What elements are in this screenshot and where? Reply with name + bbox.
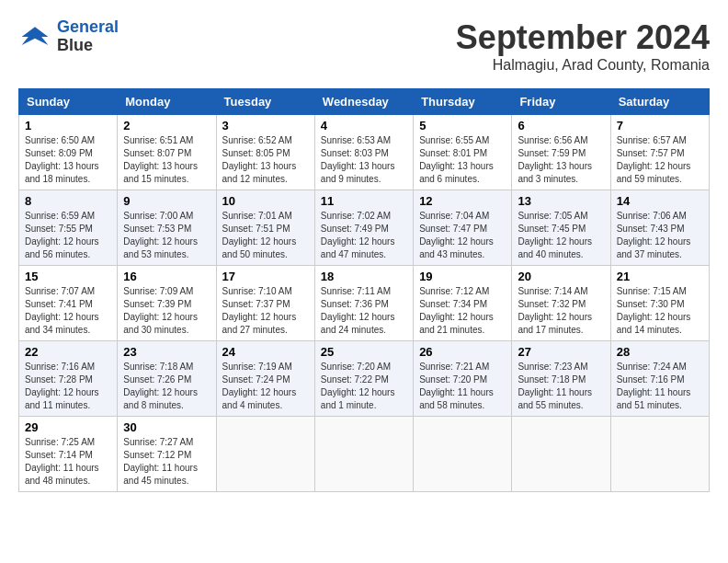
day-info: Sunrise: 7:12 AMSunset: 7:34 PMDaylight:…: [419, 285, 506, 337]
day-cell: 28Sunrise: 7:24 AMSunset: 7:16 PMDayligh…: [610, 341, 709, 417]
logo-line1: General: [57, 17, 119, 36]
day-number: 1: [25, 119, 111, 132]
day-number: 17: [222, 270, 309, 283]
day-info: Sunrise: 7:00 AMSunset: 7:53 PMDaylight:…: [123, 210, 210, 261]
logo-text: General Blue: [57, 18, 119, 55]
day-cell: [216, 417, 314, 492]
day-info: Sunrise: 7:05 AMSunset: 7:45 PMDaylight:…: [518, 210, 604, 261]
day-number: 22: [25, 345, 111, 359]
day-cell: 2Sunrise: 6:51 AMSunset: 8:07 PMDaylight…: [118, 115, 216, 190]
day-cell: 1Sunrise: 6:50 AMSunset: 8:09 PMDaylight…: [19, 115, 118, 190]
day-cell: [610, 417, 709, 492]
day-number: 20: [518, 270, 604, 283]
header-monday: Monday: [118, 89, 216, 115]
day-cell: 15Sunrise: 7:07 AMSunset: 7:41 PMDayligh…: [19, 266, 118, 341]
day-info: Sunrise: 7:01 AMSunset: 7:51 PMDaylight:…: [222, 210, 309, 261]
day-cell: 18Sunrise: 7:11 AMSunset: 7:36 PMDayligh…: [314, 266, 413, 341]
logo: General Blue: [18, 18, 119, 55]
day-cell: 25Sunrise: 7:20 AMSunset: 7:22 PMDayligh…: [314, 341, 413, 417]
day-info: Sunrise: 7:24 AMSunset: 7:16 PMDaylight:…: [617, 361, 703, 412]
header-tuesday: Tuesday: [216, 89, 314, 115]
calendar-header-row: SundayMondayTuesdayWednesdayThursdayFrid…: [19, 89, 710, 115]
day-cell: [414, 417, 512, 492]
day-number: 2: [123, 119, 210, 132]
day-info: Sunrise: 7:27 AMSunset: 7:12 PMDaylight:…: [123, 436, 210, 488]
day-cell: 14Sunrise: 7:06 AMSunset: 7:43 PMDayligh…: [610, 190, 709, 266]
day-cell: [512, 417, 610, 492]
day-number: 5: [419, 119, 506, 132]
week-row-2: 8Sunrise: 6:59 AMSunset: 7:55 PMDaylight…: [19, 190, 710, 266]
day-info: Sunrise: 7:11 AMSunset: 7:36 PMDaylight:…: [321, 285, 407, 337]
calendar-table: SundayMondayTuesdayWednesdayThursdayFrid…: [18, 88, 710, 492]
day-cell: 9Sunrise: 7:00 AMSunset: 7:53 PMDaylight…: [118, 190, 216, 266]
day-number: 8: [25, 194, 111, 208]
week-row-1: 1Sunrise: 6:50 AMSunset: 8:09 PMDaylight…: [19, 115, 710, 190]
day-info: Sunrise: 7:09 AMSunset: 7:39 PMDaylight:…: [123, 285, 210, 337]
day-number: 19: [419, 270, 506, 283]
day-cell: 30Sunrise: 7:27 AMSunset: 7:12 PMDayligh…: [118, 417, 216, 492]
day-cell: 6Sunrise: 6:56 AMSunset: 7:59 PMDaylight…: [512, 115, 610, 190]
day-number: 7: [617, 119, 703, 132]
day-number: 25: [321, 345, 407, 359]
header-saturday: Saturday: [610, 89, 709, 115]
day-number: 21: [617, 270, 703, 283]
day-cell: 11Sunrise: 7:02 AMSunset: 7:49 PMDayligh…: [314, 190, 413, 266]
day-number: 6: [518, 119, 604, 132]
day-cell: 5Sunrise: 6:55 AMSunset: 8:01 PMDaylight…: [414, 115, 512, 190]
day-info: Sunrise: 7:20 AMSunset: 7:22 PMDaylight:…: [321, 361, 407, 412]
header-sunday: Sunday: [19, 89, 118, 115]
day-info: Sunrise: 6:57 AMSunset: 7:57 PMDaylight:…: [617, 134, 703, 186]
day-info: Sunrise: 7:07 AMSunset: 7:41 PMDaylight:…: [25, 285, 111, 337]
day-info: Sunrise: 6:55 AMSunset: 8:01 PMDaylight:…: [419, 134, 506, 186]
day-cell: 17Sunrise: 7:10 AMSunset: 7:37 PMDayligh…: [216, 266, 314, 341]
month-title: September 2024: [456, 18, 710, 57]
day-number: 23: [123, 345, 210, 359]
title-block: September 2024 Halmagiu, Arad County, Ro…: [456, 18, 710, 74]
logo-icon: [18, 20, 51, 53]
week-row-5: 29Sunrise: 7:25 AMSunset: 7:14 PMDayligh…: [19, 417, 710, 492]
day-cell: [314, 417, 413, 492]
day-info: Sunrise: 7:16 AMSunset: 7:28 PMDaylight:…: [25, 361, 111, 412]
day-number: 18: [321, 270, 407, 283]
day-cell: 20Sunrise: 7:14 AMSunset: 7:32 PMDayligh…: [512, 266, 610, 341]
day-cell: 27Sunrise: 7:23 AMSunset: 7:18 PMDayligh…: [512, 341, 610, 417]
day-number: 14: [617, 194, 703, 208]
svg-marker-0: [22, 27, 49, 45]
day-number: 30: [123, 420, 210, 434]
page-header: General Blue September 2024 Halmagiu, Ar…: [18, 18, 710, 74]
day-info: Sunrise: 6:56 AMSunset: 7:59 PMDaylight:…: [518, 134, 604, 186]
day-cell: 29Sunrise: 7:25 AMSunset: 7:14 PMDayligh…: [19, 417, 118, 492]
day-cell: 19Sunrise: 7:12 AMSunset: 7:34 PMDayligh…: [414, 266, 512, 341]
day-info: Sunrise: 7:02 AMSunset: 7:49 PMDaylight:…: [321, 210, 407, 261]
day-cell: 13Sunrise: 7:05 AMSunset: 7:45 PMDayligh…: [512, 190, 610, 266]
day-number: 12: [419, 194, 506, 208]
location: Halmagiu, Arad County, Romania: [456, 57, 710, 74]
day-info: Sunrise: 6:59 AMSunset: 7:55 PMDaylight:…: [25, 210, 111, 261]
day-number: 11: [321, 194, 407, 208]
day-cell: 23Sunrise: 7:18 AMSunset: 7:26 PMDayligh…: [118, 341, 216, 417]
day-info: Sunrise: 7:04 AMSunset: 7:47 PMDaylight:…: [419, 210, 506, 261]
day-cell: 16Sunrise: 7:09 AMSunset: 7:39 PMDayligh…: [118, 266, 216, 341]
day-number: 9: [123, 194, 210, 208]
day-cell: 12Sunrise: 7:04 AMSunset: 7:47 PMDayligh…: [414, 190, 512, 266]
day-info: Sunrise: 7:25 AMSunset: 7:14 PMDaylight:…: [25, 436, 111, 488]
day-info: Sunrise: 7:19 AMSunset: 7:24 PMDaylight:…: [222, 361, 309, 412]
day-cell: 21Sunrise: 7:15 AMSunset: 7:30 PMDayligh…: [610, 266, 709, 341]
day-info: Sunrise: 7:18 AMSunset: 7:26 PMDaylight:…: [123, 361, 210, 412]
day-number: 28: [617, 345, 703, 359]
header-thursday: Thursday: [414, 89, 512, 115]
day-number: 13: [518, 194, 604, 208]
day-cell: 8Sunrise: 6:59 AMSunset: 7:55 PMDaylight…: [19, 190, 118, 266]
day-number: 26: [419, 345, 506, 359]
week-row-3: 15Sunrise: 7:07 AMSunset: 7:41 PMDayligh…: [19, 266, 710, 341]
day-cell: 3Sunrise: 6:52 AMSunset: 8:05 PMDaylight…: [216, 115, 314, 190]
day-number: 4: [321, 119, 407, 132]
day-number: 29: [25, 420, 111, 434]
day-number: 24: [222, 345, 309, 359]
day-number: 10: [222, 194, 309, 208]
header-wednesday: Wednesday: [314, 89, 413, 115]
day-cell: 26Sunrise: 7:21 AMSunset: 7:20 PMDayligh…: [414, 341, 512, 417]
day-info: Sunrise: 7:10 AMSunset: 7:37 PMDaylight:…: [222, 285, 309, 337]
day-info: Sunrise: 7:23 AMSunset: 7:18 PMDaylight:…: [518, 361, 604, 412]
day-cell: 7Sunrise: 6:57 AMSunset: 7:57 PMDaylight…: [610, 115, 709, 190]
